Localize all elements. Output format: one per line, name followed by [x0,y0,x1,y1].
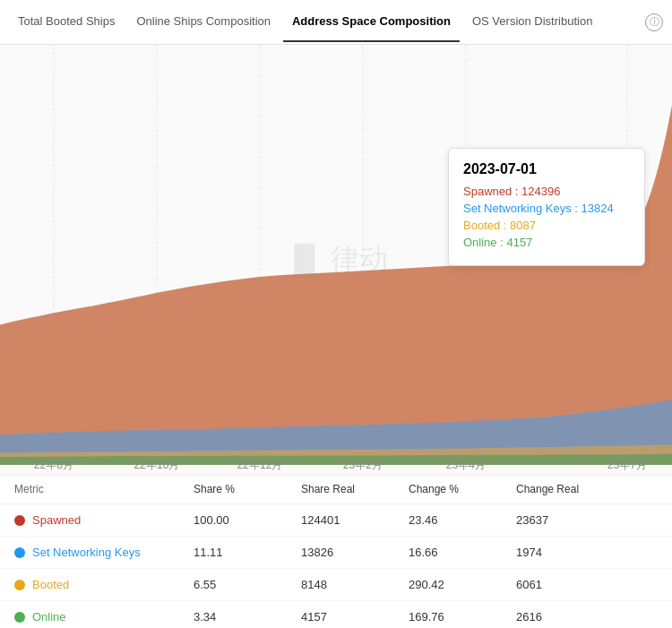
share-pct-networking: 11.11 [194,546,301,559]
change-pct-spawned: 23.46 [409,513,516,527]
change-real-online: 2616 [516,610,624,624]
chart-tooltip: 2023-07-01 Spawned : 124396 Set Networki… [448,148,645,266]
svg-text:23年2月: 23年2月 [343,458,383,472]
change-pct-booted: 290.42 [409,578,516,591]
col-share-pct: Share % [194,483,301,496]
metric-label-spawned: Spawned [32,513,81,527]
metric-label-online: Online [32,610,66,624]
tab-online-ships-composition[interactable]: Online Ships Composition [127,2,280,42]
tab-os-version-distribution[interactable]: OS Version Distribution [463,2,601,42]
metric-cell-booted: Booted [14,578,194,591]
col-change-real: Change Real [516,483,624,496]
svg-text:22年12月: 22年12月 [237,458,282,472]
chart-container: 22年8月 22年10月 22年12月 23年2月 23年4月 23年7月 ▐▌… [0,45,672,475]
svg-text:23年7月: 23年7月 [607,458,648,472]
tooltip-spawned: Spawned : 124396 [463,185,630,198]
tab-address-space-composition[interactable]: Address Space Composition [283,2,460,42]
tab-total-booted-ships[interactable]: Total Booted Ships [9,2,124,42]
metric-label-networking: Set Networking Keys [32,546,141,559]
info-icon[interactable]: ⓘ [645,13,663,31]
svg-text:22年8月: 22年8月 [34,458,74,472]
table-body: Spawned 100.00 124401 23.46 23637 Set Ne… [0,504,672,628]
tooltip-networking: Set Networking Keys : 13824 [463,202,630,215]
metric-cell-spawned: Spawned [14,513,194,527]
table-header: Metric Share % Share Real Change % Chang… [0,476,672,504]
table-row: Booted 6.55 8148 290.42 6061 [0,569,672,601]
col-metric: Metric [14,483,194,496]
share-pct-online: 3.34 [194,610,301,624]
tooltip-date: 2023-07-01 [463,161,630,177]
table-row: Set Networking Keys 11.11 13826 16.66 19… [0,537,672,569]
share-real-booted: 8148 [301,578,409,591]
share-pct-spawned: 100.00 [194,513,301,527]
table-row: Spawned 100.00 124401 23.46 23637 [0,504,672,537]
metric-dot-online [14,612,25,623]
tooltip-booted: Booted : 8087 [463,219,630,232]
change-real-booted: 6061 [516,578,624,591]
change-pct-online: 169.76 [409,610,516,624]
change-real-spawned: 23637 [516,513,624,527]
tooltip-online: Online : 4157 [463,236,630,249]
metric-cell-online: Online [14,610,194,624]
metric-dot-networking [14,547,25,558]
change-pct-networking: 16.66 [409,546,516,559]
table-row: Online 3.34 4157 169.76 2616 [0,601,672,628]
col-change-pct: Change % [409,483,516,496]
share-pct-booted: 6.55 [194,578,301,591]
data-table: Metric Share % Share Real Change % Chang… [0,475,672,628]
change-real-networking: 1974 [516,546,624,559]
col-share-real: Share Real [301,483,409,496]
share-real-spawned: 124401 [301,513,409,527]
tab-navigation: Total Booted Ships Online Ships Composit… [0,0,672,45]
metric-label-booted: Booted [32,578,69,591]
share-real-networking: 13826 [301,546,409,559]
svg-text:22年10月: 22年10月 [134,458,179,472]
metric-cell-networking: Set Networking Keys [14,546,194,559]
metric-dot-booted [14,580,25,590]
share-real-online: 4157 [301,610,409,624]
metric-dot-spawned [14,515,25,526]
svg-text:23年4月: 23年4月 [446,458,487,472]
